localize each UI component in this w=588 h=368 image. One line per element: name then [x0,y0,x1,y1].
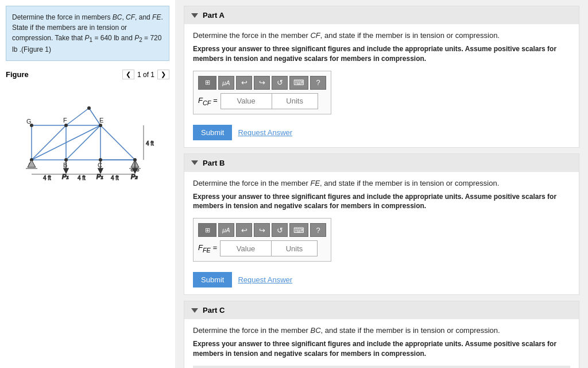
part-c-label: Part C [203,306,225,315]
node-e-label: E [99,117,103,124]
figure-nav-text: 1 of 1 [137,71,154,79]
part-b-label: Part B [203,159,225,167]
part-b-description: Determine the force in the member FE, an… [193,179,570,187]
load-p1-b: P₁ [62,173,68,180]
load-p1-c: P₁ [96,173,103,180]
part-a-redo-button[interactable]: ↪ [254,76,270,90]
part-a-request-answer-button[interactable]: Request Answer [238,128,292,137]
part-a-refresh-button[interactable]: ↺ [272,76,288,90]
part-b-redo-button[interactable]: ↪ [254,223,270,237]
part-c-placeholder [193,366,570,368]
part-a-section: Part A Determine the force in the member… [184,6,579,148]
part-b-mu-button[interactable]: μA [218,223,234,237]
part-a-instructions: Express your answer to three significant… [193,44,570,64]
problem-statement: Determine the force in members BC, CF, a… [6,6,169,61]
part-a-triangle [191,13,198,18]
part-b-undo-button[interactable]: ↩ [236,223,252,237]
part-a-toolbar: ⊞ μA ↩ ↪ ↺ ⌨ ? [198,76,326,90]
part-a-label: Part A [203,11,225,20]
part-a-units-input[interactable] [272,93,318,109]
part-c-triangle [191,308,198,313]
dim-bc: 4 ft [78,175,86,181]
part-b-value-input[interactable] [220,240,272,256]
svg-marker-34 [64,168,68,173]
part-b-instructions: Express your answer to three significant… [193,192,570,212]
part-b-submit-button[interactable]: Submit [193,272,232,288]
svg-line-12 [66,108,89,125]
part-b-section: Part B Determine the force in the member… [184,154,579,296]
part-b-toolbar: ⊞ μA ↩ ↪ ↺ ⌨ ? [198,223,326,237]
svg-point-22 [87,106,91,110]
figure-nav: ❮ 1 of 1 ❯ [122,70,169,79]
part-a-input-box: ⊞ μA ↩ ↪ ↺ ⌨ ? FCF = [193,71,331,114]
svg-marker-38 [133,168,137,173]
part-a-mu-button[interactable]: μA [218,76,234,90]
svg-line-13 [89,108,100,125]
part-b-answer-label: FFE = [198,243,217,254]
part-a-header[interactable]: Part A [184,6,579,24]
part-c-instructions: Express your answer to three significant… [193,339,570,359]
node-b-label: B [63,162,67,168]
part-b-action-row: Submit Request Answer [193,272,570,288]
part-b-input-box: ⊞ μA ↩ ↪ ↺ ⌨ ? FFE = [193,218,331,262]
part-a-answer-row: FCF = [198,93,326,109]
part-a-submit-button[interactable]: Submit [193,125,232,140]
part-b-help-button[interactable]: ? [310,223,326,237]
svg-line-9 [66,125,100,160]
dim-ab: 4 ft [43,175,51,181]
part-b-keyboard-button[interactable]: ⌨ [289,223,308,237]
svg-point-20 [64,124,68,127]
part-a-grid-button[interactable]: ⊞ [198,76,216,90]
part-b-answer-row: FFE = [198,240,326,256]
figure-canvas: A B C D G F E [6,82,169,186]
part-b-triangle [191,160,198,165]
figure-prev-button[interactable]: ❮ [122,70,134,79]
part-b-content: Determine the force in the member FE, an… [184,172,579,295]
part-b-units-input[interactable] [272,240,318,256]
part-c-description: Determine the force in the member BC, an… [193,326,570,335]
dim-height: 4 ft [146,140,154,147]
part-a-action-row: Submit Request Answer [193,125,570,140]
left-panel: Determine the force in members BC, CF, a… [0,0,175,368]
svg-line-11 [100,125,135,160]
part-a-value-input[interactable] [220,93,272,109]
part-a-help-button[interactable]: ? [310,76,326,90]
part-b-grid-button[interactable]: ⊞ [198,223,216,237]
part-a-keyboard-button[interactable]: ⌨ [289,76,308,90]
node-f-label: F [63,117,67,124]
part-a-content: Determine the force in the member CF, an… [184,24,579,147]
part-a-description: Determine the force in the member CF, an… [193,31,570,40]
figure-next-button[interactable]: ❯ [157,70,169,79]
part-c-header[interactable]: Part C [184,301,579,319]
part-a-undo-button[interactable]: ↩ [236,76,252,90]
dim-cd: 4 ft [111,175,119,181]
part-b-request-answer-button[interactable]: Request Answer [238,275,292,284]
node-c-label: C [98,162,102,168]
figure-header: Figure ❮ 1 of 1 ❯ [6,70,169,79]
node-g-label: G [26,118,32,125]
right-panel: Part A Determine the force in the member… [175,0,588,368]
part-b-header[interactable]: Part B [184,154,579,172]
part-c-content: Determine the force in the member BC, an… [184,319,579,368]
svg-point-21 [99,124,102,127]
load-p2: P₂ [131,173,138,180]
figure-section: Figure ❮ 1 of 1 ❯ [0,67,175,368]
svg-marker-36 [98,168,103,173]
part-c-section: Part C Determine the force in the member… [184,301,579,368]
truss-figure: A B C D G F E [6,82,167,183]
svg-line-8 [32,125,66,160]
part-b-refresh-button[interactable]: ↺ [272,223,288,237]
part-a-answer-label: FCF = [198,96,218,106]
figure-title: Figure [6,70,29,79]
